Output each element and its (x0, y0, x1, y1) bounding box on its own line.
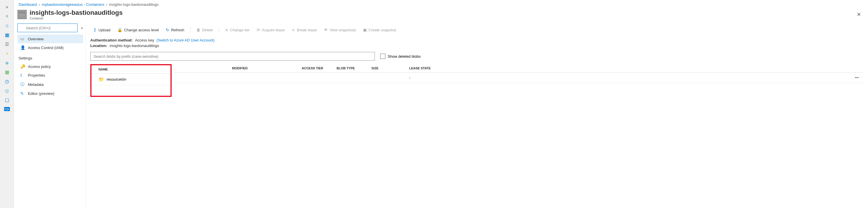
show-deleted-checkbox[interactable]: Show deleted blobs (380, 54, 421, 59)
toolbar-separator (219, 27, 219, 33)
close-button[interactable]: ✕ (854, 9, 863, 20)
upload-icon: ↥ (93, 28, 97, 32)
rail-favorites-button[interactable]: ★ (0, 49, 14, 58)
rail-monitor-button[interactable]: ▢ (0, 95, 14, 104)
rail-globe-button[interactable]: ◎ (0, 86, 14, 95)
create-snapshot-button: ▣ Create snapshot (360, 26, 399, 33)
col-header-size[interactable]: SIZE (371, 66, 409, 70)
button-label: Change tier (230, 28, 249, 32)
filter-row: Show deleted blobs (86, 52, 868, 64)
menu-label: Overview (28, 37, 43, 41)
toolbar-separator (190, 27, 190, 33)
page-subtitle: Container (30, 16, 854, 20)
row-name: resourceId= (106, 77, 127, 81)
container-icon (18, 10, 27, 19)
rail-all-services-button[interactable]: ☰ (0, 39, 14, 49)
auth-method-value: Access key (135, 38, 154, 42)
button-label: Refresh (171, 28, 184, 32)
row-lease: - (409, 75, 438, 80)
content-pane: ↥ Upload 🔒 Change access level ↻ Refresh… (85, 24, 868, 208)
menu-label: Access policy (28, 64, 51, 69)
breadcrumb-current: insights-logs-bastionauditlogs (109, 2, 159, 7)
menu-access-policy[interactable]: 🔑 Access policy (18, 62, 83, 71)
auth-method-label: Authentication method: (90, 38, 133, 42)
blob-table: NAME 📁 resourceId= MODIFIED (86, 64, 868, 97)
resource-search-input[interactable] (18, 24, 78, 32)
lock-icon: 🔒 (117, 28, 122, 32)
page-header: insights-logs-bastionauditlogs Container… (14, 9, 868, 24)
menu-label: Metadata (28, 82, 43, 87)
button-label: Create snapshot (369, 28, 396, 32)
upload-button[interactable]: ↥ Upload (90, 26, 113, 33)
menu-label: Access Control (IAM) (28, 45, 64, 50)
key-icon: 🔑 (20, 64, 25, 69)
breadcrumb-sep: › (39, 2, 40, 7)
rail-grid-button[interactable]: ▦ (0, 67, 14, 77)
location-value: insights-logs-bastionauditlogs (110, 43, 159, 48)
metadata-icon: ⓘ (20, 82, 25, 87)
rail-home-button[interactable]: ⌂ (0, 21, 14, 30)
col-header-modified[interactable]: MODIFIED (232, 66, 302, 70)
toolbar: ↥ Upload 🔒 Change access level ↻ Refresh… (86, 24, 868, 36)
menu-properties[interactable]: ⦀ Properties (18, 71, 83, 80)
switch-auth-link[interactable]: (Switch to Azure AD User Account) (157, 38, 215, 42)
break-lease-button: ⤬ Break lease (289, 26, 320, 33)
acquire-lease-icon: ⟳ (257, 28, 260, 32)
menu-label: Properties (28, 73, 45, 77)
breadcrumb: Dashboard › mybastionstorageeastus - Con… (14, 0, 868, 9)
acquire-lease-button: ⟳ Acquire lease (254, 26, 288, 33)
menu-label: Editor (preview) (28, 92, 54, 96)
rail-expand-button[interactable]: » (0, 2, 14, 11)
resource-menu: ⌕ « ▭ Overview 👤 Access Control (IAM) Se… (14, 24, 85, 208)
checkbox-label: Show deleted blobs (388, 54, 421, 59)
col-header-name[interactable]: NAME (98, 68, 170, 71)
breadcrumb-link-0[interactable]: Dashboard (19, 2, 37, 7)
breadcrumb-link-1[interactable]: mybastionstorageeastus - Containers (42, 2, 104, 7)
rail-resource-button[interactable]: ◈ (0, 58, 14, 67)
svg-rect-1 (19, 12, 25, 13)
delete-icon: 🗑 (196, 28, 200, 32)
menu-metadata[interactable]: ⓘ Metadata (18, 80, 83, 89)
tier-icon: ⤭ (225, 28, 228, 32)
iam-icon: 👤 (20, 45, 25, 50)
menu-overview[interactable]: ▭ Overview (18, 35, 83, 43)
blob-search-input[interactable] (90, 52, 375, 61)
button-label: Upload (98, 28, 110, 32)
editor-icon: ✎ (20, 91, 25, 96)
button-label: Delete (202, 28, 213, 32)
properties-icon: ⦀ (20, 73, 25, 78)
info-block: Authentication method: Access key (Switc… (86, 36, 868, 52)
main-area: Dashboard › mybastionstorageeastus - Con… (14, 0, 868, 208)
menu-editor[interactable]: ✎ Editor (preview) (18, 89, 83, 98)
rail-dashboard-button[interactable]: ▦ (0, 30, 14, 39)
location-label: Location: (90, 43, 107, 48)
break-lease-icon: ⤬ (291, 28, 295, 32)
breadcrumb-sep: › (106, 2, 107, 7)
refresh-button[interactable]: ↻ Refresh (163, 26, 187, 33)
create-snapshot-icon: ▣ (363, 28, 367, 32)
col-header-blobtype[interactable]: BLOB TYPE (337, 66, 371, 70)
view-snapshots-button: 👁 View snapshots (321, 26, 359, 33)
view-snapshots-icon: 👁 (324, 28, 328, 32)
rail-sql-button[interactable]: SQL (0, 104, 14, 114)
rail-add-button[interactable]: + (0, 11, 14, 21)
change-access-button[interactable]: 🔒 Change access level (115, 26, 162, 33)
button-label: Break lease (297, 28, 317, 32)
button-label: Change access level (124, 28, 159, 32)
overview-icon: ▭ (20, 37, 25, 41)
folder-icon: 📁 (98, 77, 104, 82)
row-actions-button[interactable]: ••• (438, 75, 863, 80)
menu-group-settings: Settings (18, 52, 83, 62)
col-header-lease[interactable]: LEASE STATE (409, 66, 438, 70)
change-tier-button: ⤭ Change tier (222, 26, 252, 33)
page-title: insights-logs-bastionauditlogs (30, 9, 854, 16)
left-rail: » + ⌂ ▦ ☰ ★ ◈ ▦ ◷ ◎ ▢ SQL (0, 0, 14, 208)
rail-clock-button[interactable]: ◷ (0, 77, 14, 86)
col-header-tier[interactable]: ACCESS TIER (302, 66, 337, 70)
collapse-menu-button[interactable]: « (81, 26, 83, 30)
button-label: View snapshots (330, 28, 356, 32)
refresh-icon: ↻ (166, 28, 169, 32)
menu-iam[interactable]: 👤 Access Control (IAM) (18, 43, 83, 52)
button-label: Acquire lease (262, 28, 285, 32)
table-row[interactable]: 📁 resourceId= (98, 77, 170, 82)
